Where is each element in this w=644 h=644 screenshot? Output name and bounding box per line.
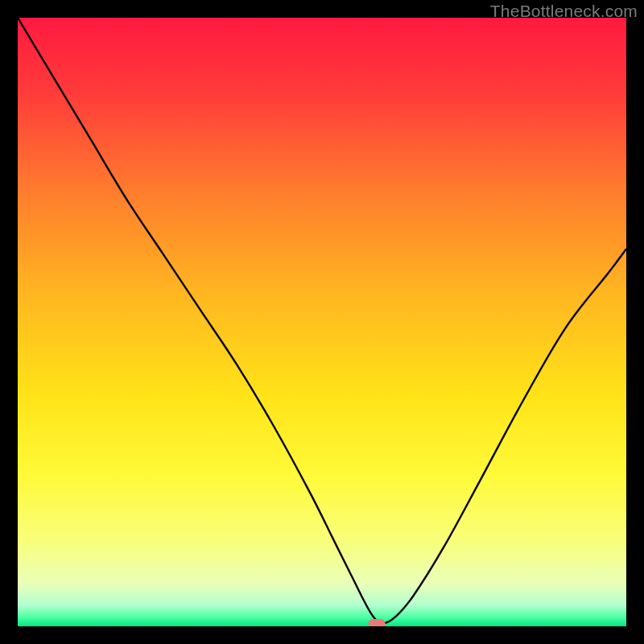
bottleneck-chart xyxy=(18,18,626,626)
optimal-marker xyxy=(368,619,385,626)
chart-frame: TheBottleneck.com xyxy=(0,0,644,644)
gradient-background xyxy=(18,18,626,626)
plot-area xyxy=(18,18,626,626)
